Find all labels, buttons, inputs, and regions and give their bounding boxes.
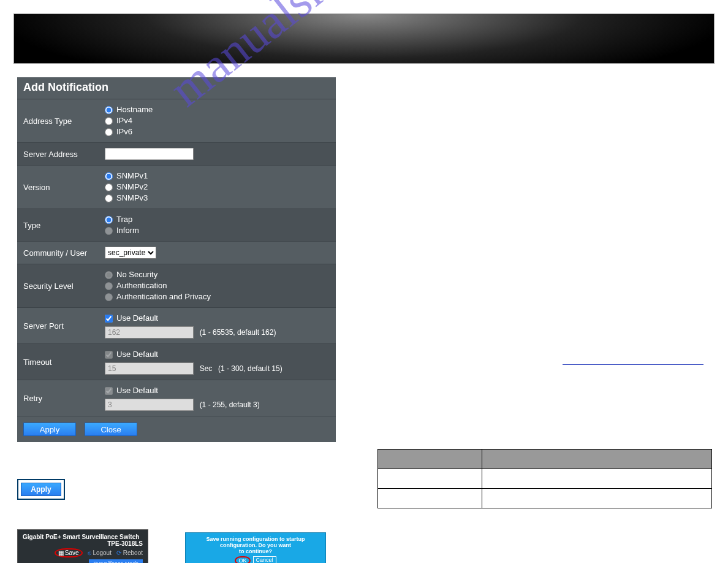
mini-screenshots-row: Gigabit PoE+ Smart Surveillance Switch T… [17, 529, 728, 563]
close-button[interactable]: Close [85, 423, 137, 436]
mini-switch-title: Gigabit PoE+ Smart Surveillance Switch [23, 534, 143, 540]
label-address-type: Address Type [17, 99, 100, 142]
mini-logout: ⎋ Logout [88, 550, 112, 556]
radio-ipv4[interactable] [105, 117, 113, 125]
blue-underline [563, 364, 703, 365]
table-cell [378, 489, 482, 508]
timeout-input [105, 362, 194, 375]
row-type: Type Trap Inform [17, 209, 336, 242]
label-community-user: Community / User [17, 242, 100, 264]
mini-confirm-line1: Save running configuration to startup co… [189, 536, 322, 548]
radio-no-security-label: No Security [116, 269, 157, 280]
row-timeout: Timeout Use Default Sec (1 - 300, defaul… [17, 344, 336, 380]
radio-snmpv1-label: SNMPv1 [116, 170, 148, 182]
row-security-level: Security Level No Security Authenticatio… [17, 264, 336, 308]
radio-snmpv2[interactable] [105, 183, 113, 191]
table-header-0 [378, 450, 482, 469]
label-retry: Retry [17, 380, 100, 416]
standalone-apply-button[interactable]: Apply [21, 483, 61, 496]
mini-confirm-dialog: Save running configuration to startup co… [185, 532, 326, 564]
label-security-level: Security Level [17, 264, 100, 307]
check-retry-default-label: Use Default [116, 385, 158, 396]
check-server-port-default[interactable] [105, 315, 113, 323]
mini-cancel-button: Cancel [253, 556, 276, 564]
label-type: Type [17, 209, 100, 241]
radio-auth-privacy [105, 293, 113, 301]
radio-hostname-label: Hostname [116, 104, 153, 115]
label-version: Version [17, 166, 100, 209]
radio-auth-privacy-label: Authentication and Privacy [116, 291, 211, 302]
standalone-apply-frame: Apply [17, 479, 65, 500]
radio-snmpv3-label: SNMPv3 [116, 193, 148, 204]
check-timeout-default [105, 351, 113, 359]
radio-trap-label: Trap [116, 214, 132, 225]
retry-hint: (1 - 255, default 3) [200, 400, 260, 409]
radio-inform-label: Inform [116, 225, 139, 236]
table-row [378, 469, 712, 489]
disk-icon: ▦ [58, 550, 64, 556]
radio-inform [105, 227, 113, 235]
mini-ok-button: OK [235, 556, 250, 564]
header-banner [13, 13, 715, 64]
mini-switch-header: Gigabit PoE+ Smart Surveillance Switch T… [17, 529, 148, 563]
logout-icon: ⎋ [88, 550, 91, 556]
radio-hostname[interactable] [105, 106, 113, 114]
radio-authentication-label: Authentication [116, 280, 167, 291]
mini-switch-model: TPE-3018LS [23, 540, 143, 547]
table-cell [482, 489, 712, 508]
table-header-row [378, 450, 712, 469]
radio-snmpv1[interactable] [105, 172, 113, 180]
timeout-hint: (1 - 300, default 15) [218, 364, 282, 373]
row-server-address: Server Address [17, 143, 336, 166]
check-retry-default [105, 387, 113, 395]
row-community-user: Community / User sec_private [17, 242, 336, 264]
table-cell [378, 469, 482, 489]
row-server-port: Server Port Use Default (1 - 65535, defa… [17, 308, 336, 344]
community-user-select[interactable]: sec_private [105, 247, 156, 259]
radio-snmpv2-label: SNMPv2 [116, 182, 148, 193]
table-row [378, 489, 712, 508]
label-server-address: Server Address [17, 143, 100, 165]
label-timeout: Timeout [17, 344, 100, 380]
radio-trap[interactable] [105, 216, 113, 224]
apply-button[interactable]: Apply [23, 423, 76, 436]
server-address-input[interactable] [105, 148, 194, 160]
right-empty-table [377, 449, 712, 508]
retry-input [105, 399, 194, 411]
mini-save-button: ▦Save [55, 548, 83, 557]
reboot-icon: ⟳ [116, 550, 121, 556]
check-server-port-default-label: Use Default [116, 313, 158, 324]
radio-authentication [105, 282, 113, 290]
row-version: Version SNMPv1 SNMPv2 SNMPv3 [17, 166, 336, 209]
row-address-type: Address Type Hostname IPv4 IPv6 [17, 99, 336, 143]
radio-ipv6[interactable] [105, 128, 113, 136]
server-port-input [105, 326, 194, 339]
panel-title: Add Notification [17, 77, 336, 99]
mini-reboot: ⟳ Reboot [116, 550, 143, 556]
timeout-unit: Sec [200, 364, 213, 373]
table-cell [482, 469, 712, 489]
add-notification-panel: Add Notification Address Type Hostname I… [17, 77, 336, 442]
mini-confirm-line2: to continue? [189, 548, 322, 554]
panel-button-row: Apply Close [17, 416, 336, 442]
radio-no-security [105, 271, 113, 279]
row-retry: Retry Use Default (1 - 255, default 3) [17, 380, 336, 416]
server-port-hint: (1 - 65535, default 162) [200, 328, 276, 337]
radio-ipv4-label: IPv4 [116, 115, 132, 126]
table-header-1 [482, 450, 712, 469]
label-server-port: Server Port [17, 308, 100, 343]
mini-surveillance-mode: Surveillance Mode [89, 559, 143, 563]
radio-snmpv3[interactable] [105, 194, 113, 202]
radio-ipv6-label: IPv6 [116, 126, 132, 137]
check-timeout-default-label: Use Default [116, 349, 158, 360]
